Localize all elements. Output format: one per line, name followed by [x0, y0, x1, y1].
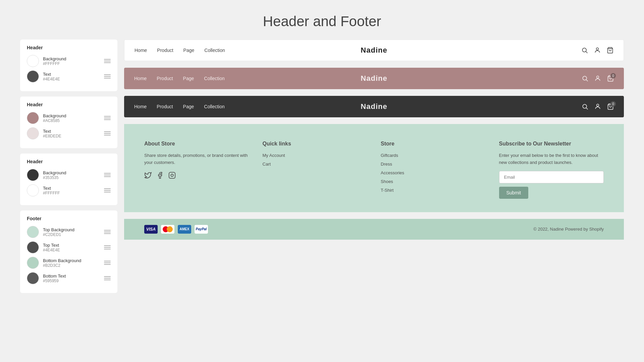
cart-badge-pink: 0 — [610, 73, 616, 78]
cart-button-dark[interactable]: 0 — [607, 103, 614, 110]
footer-store-list: Giftcards Dress Accessories Shoes T-Shir… — [381, 152, 486, 193]
header-icons-white — [581, 47, 613, 54]
footer-link-tshirt-link[interactable]: T-Shirt — [381, 188, 393, 193]
footer-about-title: About Store — [144, 141, 249, 147]
footer-social — [144, 172, 249, 180]
color-label-text-1: Text — [43, 72, 60, 77]
footer-link-my-account-link[interactable]: My Account — [263, 153, 285, 158]
reorder-icon-10[interactable] — [104, 276, 111, 280]
svg-point-2 — [596, 48, 599, 50]
cart-button-pink[interactable]: 0 — [607, 75, 614, 82]
color-swatch-top-bg[interactable] — [27, 226, 39, 238]
nav-page-1[interactable]: Page — [183, 48, 195, 53]
nav-product-2[interactable]: Product — [157, 76, 173, 81]
color-label-bg-2: Background — [43, 113, 66, 118]
footer-newsletter-text: Enter your email below to be the first t… — [499, 152, 604, 166]
footer-submit-button[interactable]: Submit — [499, 187, 529, 199]
footer-about-text: Share store details, promotions, or bran… — [144, 152, 249, 166]
sidebar-panel-title-2: Header — [27, 102, 111, 107]
twitter-link[interactable] — [144, 172, 152, 180]
color-row-bg-1: Background #FFFFFF — [27, 55, 111, 67]
reorder-icon-4[interactable] — [104, 131, 111, 135]
account-button-white[interactable] — [594, 47, 601, 54]
footer-link-dress-link[interactable]: Dress — [381, 162, 392, 167]
footer-email-input[interactable] — [499, 171, 604, 183]
reorder-icon-7[interactable] — [104, 230, 111, 234]
nav-collection-1[interactable]: Collection — [204, 48, 225, 53]
sidebar-panel-title-3: Header — [27, 159, 111, 164]
reorder-icon-5[interactable] — [104, 173, 111, 177]
search-button-pink[interactable] — [582, 75, 588, 82]
nav-home-1[interactable]: Home — [135, 48, 147, 53]
color-swatch-top-text[interactable] — [27, 241, 39, 253]
color-hex-text-2: #E8DEDE — [43, 134, 61, 138]
footer-store-section: Store Giftcards Dress Accessories Shoes — [381, 141, 486, 199]
page-title: Header and Footer — [0, 0, 644, 40]
svg-point-0 — [582, 48, 586, 52]
payment-icons: VISA AMEX PayPal — [144, 225, 208, 234]
color-label-bottom-bg: Bottom Background — [43, 258, 81, 263]
nav-collection-2[interactable]: Collection — [204, 76, 224, 81]
color-hex-top-bg: #C2DED1 — [43, 232, 74, 237]
footer-quick-links-section: Quick links My Account Cart — [263, 141, 368, 199]
footer-link-my-account: My Account — [263, 152, 368, 158]
color-row-bottom-text: Bottom Text #595959 — [27, 272, 111, 284]
nav-product-1[interactable]: Product — [157, 48, 173, 53]
search-button-white[interactable] — [581, 47, 588, 54]
content-area: Home Product Page Collection Nadine — [124, 40, 624, 293]
nav-product-3[interactable]: Product — [157, 104, 173, 109]
nav-collection-3[interactable]: Collection — [204, 104, 224, 109]
instagram-link[interactable] — [168, 172, 176, 180]
footer-link-accessories-link[interactable]: Accessories — [381, 170, 404, 175]
svg-point-6 — [597, 76, 599, 78]
account-button-dark[interactable] — [594, 103, 601, 110]
reorder-icon-3[interactable] — [104, 116, 111, 120]
header-white: Home Product Page Collection Nadine — [124, 40, 624, 61]
sidebar-panel-header-white: Header Background #FFFFFF Text — [20, 40, 117, 91]
reorder-icon-8[interactable] — [104, 245, 111, 249]
header-nav-dark: Home Product Page Collection — [134, 104, 225, 109]
reorder-icon-9[interactable] — [104, 261, 111, 265]
nav-page-2[interactable]: Page — [183, 76, 194, 81]
cart-button-white[interactable] — [607, 47, 613, 54]
color-hex-bg-1: #FFFFFF — [43, 61, 66, 66]
account-button-pink[interactable] — [594, 75, 601, 82]
svg-line-1 — [586, 52, 588, 53]
color-swatch-text-3[interactable] — [27, 184, 39, 196]
search-button-dark[interactable] — [582, 103, 588, 110]
footer-quick-links-title: Quick links — [263, 141, 368, 147]
reorder-icon-2[interactable] — [104, 74, 111, 78]
color-swatch-bottom-text[interactable] — [27, 272, 39, 284]
color-swatch-text-1[interactable] — [27, 70, 39, 82]
color-hex-bg-3: #353535 — [43, 175, 66, 180]
footer-link-cart-link[interactable]: Cart — [263, 162, 271, 167]
nav-home-2[interactable]: Home — [134, 76, 147, 81]
nav-home-3[interactable]: Home — [134, 104, 147, 109]
svg-line-9 — [586, 108, 588, 110]
color-swatch-bg-1[interactable] — [27, 55, 39, 67]
footer-link-tshirt: T-Shirt — [381, 187, 486, 193]
color-swatch-bottom-bg[interactable] — [27, 257, 39, 269]
sidebar-panel-header-dark: Header Background #353535 Text — [20, 154, 117, 205]
footer-store-title: Store — [381, 141, 486, 147]
amex-icon: AMEX — [178, 225, 191, 234]
sidebar-panel-title-4: Footer — [27, 216, 111, 221]
color-label-text-3: Text — [43, 186, 60, 191]
reorder-icon-1[interactable] — [104, 59, 111, 63]
color-row-top-text: Top Text #4E4E4E — [27, 241, 111, 253]
color-swatch-text-2[interactable] — [27, 127, 39, 139]
header-nav-pink: Home Product Page Collection — [134, 76, 225, 81]
facebook-link[interactable] — [156, 172, 164, 180]
footer-link-dress: Dress — [381, 161, 486, 167]
reorder-icon-6[interactable] — [104, 188, 111, 192]
color-swatch-bg-3[interactable] — [27, 169, 39, 181]
header-dark: Home Product Page Collection Nadine 0 — [124, 96, 624, 117]
nav-page-3[interactable]: Page — [183, 104, 194, 109]
color-hex-bottom-text: #595959 — [43, 279, 66, 283]
color-label-text-2: Text — [43, 129, 61, 134]
footer-link-giftcards-link[interactable]: Giftcards — [381, 153, 398, 158]
color-row-bg-3: Background #353535 — [27, 169, 111, 181]
footer-link-shoes-link[interactable]: Shoes — [381, 179, 393, 184]
color-row-bg-2: Background #AC8585 — [27, 112, 111, 124]
color-swatch-bg-2[interactable] — [27, 112, 39, 124]
